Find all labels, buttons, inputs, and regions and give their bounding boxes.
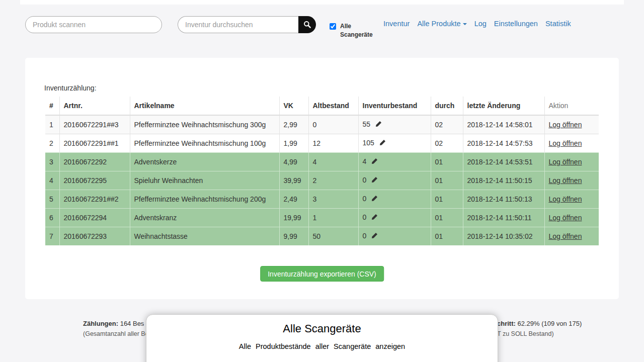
row-artnr: 20160672291##2 (59, 190, 130, 208)
row-inventurbestand: 105 (358, 134, 431, 152)
nav-item-einstellungen[interactable]: Einstellungen (494, 20, 538, 28)
row-altbestand: 12 (308, 134, 358, 152)
row-artnr: 20160672295 (59, 171, 130, 190)
nav-item-log[interactable]: Log (474, 20, 487, 28)
row-durch: 02 (431, 115, 463, 134)
pencil-edit-icon[interactable] (371, 195, 378, 203)
pencil-edit-icon[interactable] (371, 232, 378, 240)
all-scanners-checkbox[interactable] (330, 23, 336, 30)
col-header-inventurbestand: Inventurbestand (358, 97, 431, 115)
log-open-link[interactable]: Log öffnen (549, 176, 582, 185)
row-durch: 01 (431, 227, 463, 245)
row-artikelname: Pfefferminztee Weihnachtsmischung 100g (130, 134, 279, 152)
nav-item-statistik[interactable]: Statistik (545, 20, 571, 28)
row-durch: 02 (431, 134, 463, 152)
table-row: 6 20160672294 Adventskranz 19,99 1 0 01 … (45, 208, 599, 227)
table-header-row: # Artnr. Artikelname VK Altbestand Inven… (45, 97, 599, 115)
row-artikelname: Weihnachtstasse (130, 227, 279, 245)
inventory-search-group (178, 16, 316, 33)
footer-counts: Zählungen: 164 Bes (Gesamtanzahl aller B… (83, 318, 149, 339)
row-artikelname: Adventskerze (130, 152, 279, 171)
all-scanners-checkbox-label[interactable]: Alle Scangeräte (340, 22, 372, 39)
col-header-artikelname: Artikelname (130, 97, 279, 115)
row-number: 6 (45, 208, 59, 227)
section-label: Inventurzählung: (44, 84, 97, 92)
popover-title: Alle Scangeräte (146, 322, 498, 335)
log-open-link[interactable]: Log öffnen (549, 158, 582, 166)
row-aktion: Log öffnen (544, 171, 599, 190)
row-letzte-aenderung: 2018-12-14 14:57:53 (463, 134, 544, 152)
table-row: 7 20160672293 Weihnachtstasse 9,99 50 0 … (45, 227, 599, 245)
col-header-letzte-aenderung: letzte Änderung (463, 97, 544, 115)
col-header-vk: VK (279, 97, 308, 115)
row-aktion: Log öffnen (544, 115, 599, 134)
row-altbestand: 50 (308, 227, 358, 245)
pencil-edit-icon[interactable] (371, 176, 378, 185)
row-inventurbestand: 0 (358, 171, 431, 190)
log-open-link[interactable]: Log öffnen (549, 121, 582, 129)
row-vk: 1,99 (279, 134, 308, 152)
row-letzte-aenderung: 2018-12-14 14:58:01 (463, 115, 544, 134)
nav-item-alle-produkte[interactable]: Alle Produkte (417, 20, 466, 28)
row-vk: 19,99 (279, 208, 308, 227)
popover-body: Alle Produktbestände aller Scangeräte an… (146, 342, 498, 350)
row-inventurbestand: 0 (358, 190, 431, 208)
log-open-link[interactable]: Log öffnen (549, 139, 582, 147)
row-altbestand: 3 (308, 190, 358, 208)
row-letzte-aenderung: 2018-12-14 14:53:51 (463, 152, 544, 171)
table-row: 5 20160672291##2 Pfefferminztee Weihnach… (45, 190, 599, 208)
row-vk: 39,99 (279, 171, 308, 190)
row-number: 4 (45, 171, 59, 190)
row-letzte-aenderung: 2018-12-14 11:50:15 (463, 171, 544, 190)
inventory-search-input[interactable] (178, 16, 298, 33)
chevron-down-icon (463, 23, 467, 25)
inventory-table: # Artnr. Artikelname VK Altbestand Inven… (45, 97, 599, 245)
main-nav: Inventur Alle Produkte Log Einstellungen… (383, 20, 571, 28)
magnifier-icon (303, 21, 311, 29)
row-vk: 4,99 (279, 152, 308, 171)
row-number: 3 (45, 152, 59, 171)
row-aktion: Log öffnen (544, 190, 599, 208)
search-button[interactable] (298, 16, 316, 33)
log-open-link[interactable]: Log öffnen (549, 232, 582, 240)
row-inventurbestand: 4 (358, 152, 431, 171)
table-row: 1 20160672291##3 Pfefferminztee Weihnach… (45, 115, 599, 134)
nav-item-inventur[interactable]: Inventur (383, 20, 410, 28)
row-artikelname: Spieluhr Weihnachten (130, 171, 279, 190)
row-letzte-aenderung: 2018-12-14 10:35:02 (463, 227, 544, 245)
table-row: 2 20160672291##1 Pfefferminztee Weihnach… (45, 134, 599, 152)
row-altbestand: 1 (308, 208, 358, 227)
footer-progress: chritt: 62.29% (109 von 175) T zu SOLL B… (497, 318, 582, 339)
row-artikelname: Adventskranz (130, 208, 279, 227)
row-artikelname: Pfefferminztee Weihnachtsmischung 300g (130, 115, 279, 134)
product-scan-input[interactable] (25, 16, 162, 33)
row-inventurbestand: 55 (358, 115, 431, 134)
pencil-edit-icon[interactable] (371, 158, 378, 166)
row-artnr: 20160672293 (59, 227, 130, 245)
log-open-link[interactable]: Log öffnen (549, 214, 582, 222)
row-vk: 2,99 (279, 115, 308, 134)
top-white-strip (20, 0, 624, 5)
row-artnr: 20160672292 (59, 152, 130, 171)
row-durch: 01 (431, 190, 463, 208)
row-durch: 01 (431, 208, 463, 227)
row-artnr: 20160672291##3 (59, 115, 130, 134)
row-number: 2 (45, 134, 59, 152)
log-open-link[interactable]: Log öffnen (549, 195, 582, 203)
pencil-edit-icon[interactable] (379, 139, 386, 147)
row-altbestand: 0 (308, 115, 358, 134)
export-csv-button[interactable]: Inventurzählung exportieren (CSV) (260, 266, 384, 282)
pencil-edit-icon[interactable] (375, 121, 382, 129)
row-aktion: Log öffnen (544, 208, 599, 227)
row-artikelname: Pfefferminztee Weihnachtsmischung 200g (130, 190, 279, 208)
row-number: 1 (45, 115, 59, 134)
row-durch: 01 (431, 152, 463, 171)
pencil-edit-icon[interactable] (371, 214, 378, 222)
col-header-artnr: Artnr. (59, 97, 130, 115)
table-row: 3 20160672292 Adventskerze 4,99 4 4 01 2… (45, 152, 599, 171)
row-altbestand: 4 (308, 152, 358, 171)
row-aktion: Log öffnen (544, 227, 599, 245)
all-scanners-popover: Alle Scangeräte Alle Produktbestände all… (146, 314, 498, 362)
all-scanners-checkbox-group: Alle Scangeräte (330, 22, 372, 39)
row-letzte-aenderung: 2018-12-14 11:50:13 (463, 190, 544, 208)
